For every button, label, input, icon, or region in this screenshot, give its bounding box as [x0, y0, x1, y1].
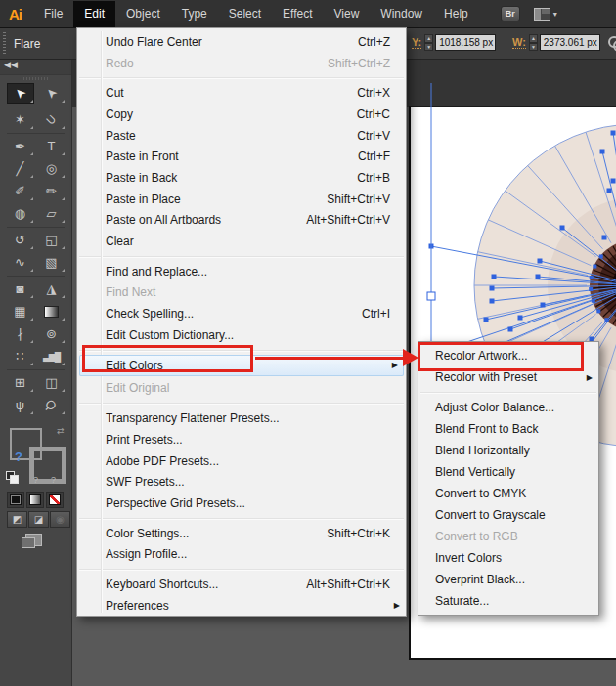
chevron-down-icon: ▾: [553, 10, 557, 19]
more-tools-corner-icon: [62, 295, 65, 298]
screen-mode-button[interactable]: [25, 534, 42, 546]
menu-item-convert-to-cmyk[interactable]: Convert to CMYK: [418, 483, 598, 504]
workspace-switcher[interactable]: ▾: [534, 8, 557, 21]
menu-effect[interactable]: Effect: [272, 1, 323, 27]
menu-item-blend-vertically[interactable]: Blend Vertically: [418, 461, 598, 483]
menu-window[interactable]: Window: [370, 1, 433, 27]
color-button[interactable]: [7, 492, 24, 508]
magic-wand-tool[interactable]: ✶: [7, 109, 34, 130]
eyedropper-tool[interactable]: ∤: [7, 323, 34, 344]
more-tools-corner-icon: [30, 363, 33, 365]
menu-item-copy[interactable]: CopyCtrl+C: [77, 104, 406, 125]
menu-item-paste-in-front[interactable]: Paste in FrontCtrl+F: [77, 146, 406, 167]
draw-behind-button[interactable]: ◪: [28, 511, 49, 528]
blend-tool[interactable]: ⊚: [38, 323, 66, 344]
selection-tool[interactable]: ➤: [7, 83, 34, 104]
ellipse-tool[interactable]: ◎: [38, 158, 66, 179]
panel-grip-icon[interactable]: [3, 32, 6, 54]
menu-item-paste[interactable]: PasteCtrl+V: [77, 125, 406, 147]
menu-view[interactable]: View: [324, 1, 371, 27]
menu-select[interactable]: Select: [218, 1, 272, 27]
column-graph-tool[interactable]: ▃▆█: [38, 346, 66, 366]
menu-item-print-presets[interactable]: Print Presets...: [77, 429, 406, 450]
slice-tool[interactable]: ◫: [38, 372, 66, 393]
menu-item-adobe-pdf-presets[interactable]: Adobe PDF Presets...: [77, 450, 406, 472]
rotate-tool[interactable]: ↺: [7, 230, 34, 250]
gradient-tool[interactable]: [38, 301, 66, 322]
menu-item-assign-profile[interactable]: Assign Profile...: [77, 543, 406, 565]
menu-item-find-and-replace[interactable]: Find and Replace...: [77, 261, 406, 282]
more-tools-corner-icon: [30, 197, 33, 200]
menu-file[interactable]: File: [33, 1, 73, 27]
menu-item-perspective-grid-presets[interactable]: Perspective Grid Presets...: [77, 493, 406, 514]
menu-item-keyboard-shortcuts[interactable]: Keyboard Shortcuts...Alt+Shift+Ctrl+K: [77, 574, 406, 595]
width-tool[interactable]: ∿: [7, 252, 34, 273]
constrain-proportions-icon[interactable]: [608, 36, 616, 50]
y-input[interactable]: 1018.158 px: [435, 34, 496, 51]
menu-item-transparency-flattener-presets[interactable]: Transparency Flattener Presets...: [77, 407, 406, 429]
menu-item-clear[interactable]: Clear: [77, 231, 406, 252]
menu-item-label: Redo: [106, 57, 134, 70]
menu-item-color-settings[interactable]: Color Settings...Shift+Ctrl+K: [77, 523, 406, 544]
menu-item-shortcut: Ctrl+C: [357, 107, 400, 121]
menu-help[interactable]: Help: [433, 1, 479, 27]
menu-item-blend-front-to-back[interactable]: Blend Front to Back: [418, 418, 598, 440]
menu-item-swf-presets[interactable]: SWF Presets...: [77, 471, 406, 493]
line-segment-tool[interactable]: ╱: [7, 158, 34, 179]
bridge-button[interactable]: Br: [501, 6, 520, 21]
menu-item-check-spelling[interactable]: Check Spelling...Ctrl+I: [77, 303, 406, 324]
menu-item-label: Find and Replace...: [106, 265, 207, 279]
stepper[interactable]: ▲▼: [529, 34, 538, 51]
menu-type[interactable]: Type: [171, 1, 218, 27]
perspective-grid-tool[interactable]: ◮: [38, 279, 66, 299]
panel-collapse-button[interactable]: ◀◀: [0, 59, 71, 75]
symbol-sprayer-tool[interactable]: ∷: [7, 346, 34, 366]
artboard-tool[interactable]: ⊞: [7, 372, 34, 393]
pencil-tool[interactable]: ✏: [38, 181, 66, 201]
zoom-tool[interactable]: Ϙ: [38, 395, 66, 415]
menu-item-label: Preferences: [106, 599, 169, 613]
menu-item-edit-custom-dictionary[interactable]: Edit Custom Dictionary...: [77, 324, 406, 346]
menu-item-saturate[interactable]: Saturate...: [418, 590, 598, 612]
eraser-tool[interactable]: ▱: [38, 203, 66, 224]
menu-object[interactable]: Object: [115, 1, 171, 27]
gradient-button[interactable]: [26, 492, 44, 508]
swap-fill-stroke-icon[interactable]: ⇄: [57, 426, 65, 436]
menu-item-convert-to-grayscale[interactable]: Convert to Grayscale: [418, 504, 598, 526]
scale-tool[interactable]: ◱: [38, 230, 66, 250]
menu-item-undo-flare-center[interactable]: Undo Flare CenterCtrl+Z: [77, 31, 406, 53]
annotation-box-recolor-artwork: [418, 342, 584, 371]
menu-item-paste-in-back[interactable]: Paste in BackCtrl+B: [77, 167, 406, 189]
none-button[interactable]: [46, 492, 64, 508]
hand-tool[interactable]: ψ: [7, 395, 34, 415]
draw-inside-button[interactable]: ◉: [50, 511, 70, 528]
ellipse-tool-icon: ◎: [46, 161, 57, 176]
gradient-chip-icon: [44, 306, 59, 318]
zoom-tool-icon: Ϙ: [43, 397, 61, 414]
type-tool[interactable]: T: [38, 136, 66, 156]
free-transform-tool[interactable]: ▧: [38, 252, 66, 273]
default-fill-stroke-icon[interactable]: [6, 471, 15, 480]
blob-brush-tool[interactable]: ◍: [7, 203, 34, 224]
fill-stroke-indicator[interactable]: ? ? ? ⇄: [6, 426, 66, 487]
direct-selection-tool[interactable]: ➤: [38, 83, 66, 104]
menu-item-paste-in-place[interactable]: Paste in PlaceShift+Ctrl+V: [77, 189, 406, 210]
paintbrush-tool[interactable]: ✐: [7, 181, 34, 201]
shape-builder-tool[interactable]: ◙: [7, 279, 34, 299]
menu-item-overprint-black[interactable]: Overprint Black...: [418, 569, 598, 590]
menu-item-preferences[interactable]: Preferences▶: [77, 595, 406, 617]
more-tools-corner-icon: [30, 126, 33, 129]
stepper[interactable]: ▲▼: [424, 34, 433, 51]
menu-item-invert-colors[interactable]: Invert Colors: [418, 547, 598, 569]
draw-normal-button[interactable]: ◩: [7, 511, 27, 528]
menu-item-adjust-color-balance[interactable]: Adjust Color Balance...: [418, 397, 598, 418]
menu-item-paste-on-all-artboards[interactable]: Paste on All ArtboardsAlt+Shift+Ctrl+V: [77, 210, 406, 232]
menu-item-blend-horizontally[interactable]: Blend Horizontally: [418, 440, 598, 461]
lasso-tool[interactable]: ⊃: [38, 109, 66, 130]
mesh-tool[interactable]: ▦: [7, 301, 34, 322]
panel-drag-grip[interactable]: [0, 75, 71, 82]
menu-item-cut[interactable]: CutCtrl+X: [77, 82, 406, 104]
w-input[interactable]: 2373.061 px: [540, 34, 600, 51]
menu-edit[interactable]: Edit: [73, 1, 115, 27]
pen-tool[interactable]: ✒: [7, 136, 34, 156]
